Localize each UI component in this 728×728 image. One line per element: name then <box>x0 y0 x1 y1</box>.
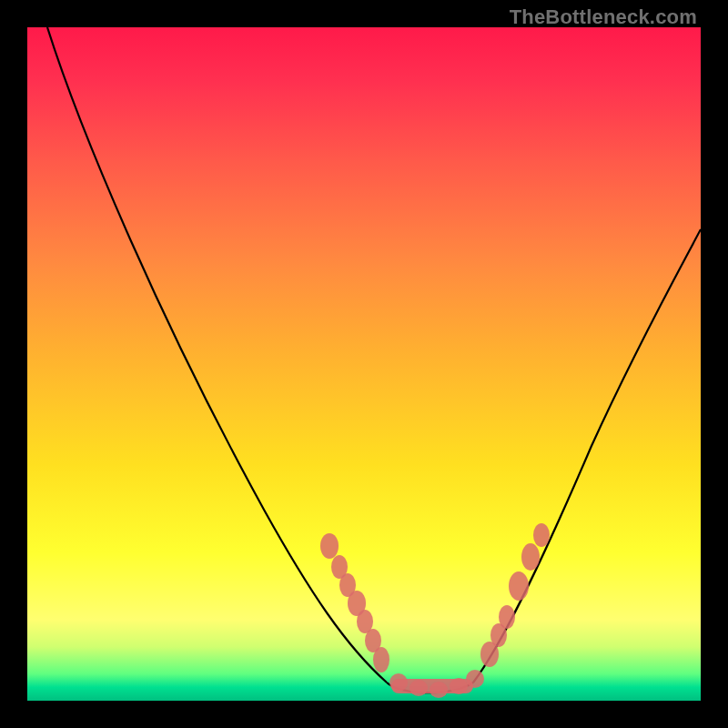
dot-plateau-1 <box>389 673 408 692</box>
chart-frame: TheBottleneck.com <box>0 0 728 728</box>
dot-plateau-2 <box>410 680 428 696</box>
dot-right-6 <box>533 523 550 547</box>
dot-right-3 <box>499 605 515 629</box>
dot-right-5 <box>521 543 540 571</box>
dot-left-1 <box>320 533 339 559</box>
dot-plateau-5 <box>466 670 484 688</box>
dot-right-4 <box>509 571 529 601</box>
watermark-text: TheBottleneck.com <box>510 5 697 29</box>
dot-plateau-3 <box>430 682 448 698</box>
dot-plateau-4 <box>450 678 468 694</box>
plot-area <box>27 27 701 701</box>
curve-svg <box>27 27 701 701</box>
dot-left-7 <box>373 647 389 672</box>
curve-left-branch <box>47 27 387 682</box>
